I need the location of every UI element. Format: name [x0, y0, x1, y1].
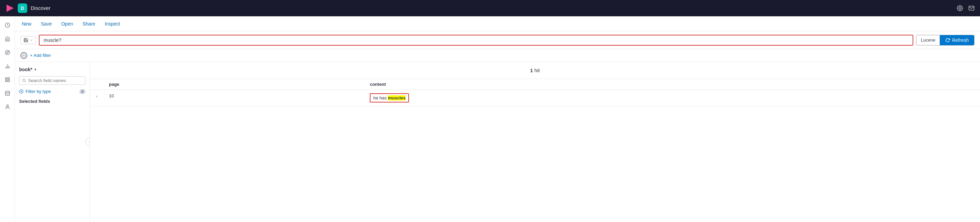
index-pattern-selector[interactable]: book* ▾ [15, 65, 89, 74]
save-button[interactable]: Save [40, 21, 53, 27]
main-layout: New Save Open Share Inspect [0, 16, 980, 222]
filter-count-badge: 0 [80, 89, 86, 94]
nav-recent-button[interactable] [2, 19, 14, 31]
search-save-button[interactable] [21, 36, 36, 44]
nav-visualize-button[interactable] [2, 60, 14, 72]
page-cell: 10 [103, 90, 364, 106]
bottom-panel: book* ▾ Filter by type [15, 62, 980, 222]
content-area: New Save Open Share Inspect [15, 16, 980, 222]
header: D Discover [0, 0, 980, 16]
nav-management-button[interactable] [2, 87, 14, 100]
sidebar-collapse-button[interactable]: ‹ [86, 138, 90, 146]
svg-rect-9 [8, 78, 10, 79]
nav-discover-button[interactable] [2, 46, 14, 59]
user-icon [5, 104, 10, 109]
header-icons [957, 5, 975, 11]
menu-bar: New Save Open Share Inspect [15, 16, 980, 31]
selected-fields-label: Selected fields [15, 96, 89, 105]
search-input-wrapper [39, 35, 913, 46]
results-table: page content › 10 he has mus [90, 79, 980, 106]
svg-marker-3 [6, 51, 8, 54]
nav-user-button[interactable] [2, 101, 14, 113]
lucene-button[interactable]: Lucene [916, 35, 940, 45]
add-filter-button[interactable]: + Add filter [30, 53, 51, 58]
search-fields-wrapper [19, 76, 86, 85]
search-fields-input[interactable] [28, 78, 83, 83]
filter-by-type-button[interactable]: Filter by type 0 [15, 87, 89, 96]
kibana-logo-icon [5, 3, 15, 13]
results-table-body: › 10 he has muscles [90, 90, 980, 106]
clock-icon [5, 22, 10, 28]
svg-point-2 [5, 50, 10, 54]
results-table-header: page content [90, 79, 980, 90]
app-badge: D [18, 3, 27, 13]
col-content-header[interactable]: content [364, 79, 980, 90]
content-highlight-wrapper: he has muscles [370, 93, 409, 103]
results-area: 1 hit page content › [90, 62, 980, 222]
inspect-button[interactable]: Inspect [103, 21, 122, 27]
home-icon [5, 36, 10, 41]
table-row: › 10 he has muscles [90, 90, 980, 106]
refresh-icon [945, 38, 950, 43]
expand-row-button[interactable]: › [95, 93, 98, 100]
grid-icon [5, 77, 10, 82]
search-fields-icon [22, 78, 26, 83]
col-page-header[interactable]: page [103, 79, 364, 90]
refresh-button[interactable]: Refresh [940, 35, 974, 45]
search-bar: Lucene Refresh [15, 31, 980, 49]
filter-bar: + Add filter [15, 49, 980, 62]
lucene-refresh-group: Lucene Refresh [916, 35, 975, 46]
search-input[interactable] [40, 35, 913, 45]
content-text-before: he has [373, 95, 387, 100]
hits-counter: 1 hit [90, 62, 980, 79]
gear-icon [957, 5, 963, 11]
bar-chart-icon [5, 63, 10, 69]
content-cell: he has muscles [364, 90, 980, 106]
sidebar: book* ▾ Filter by type [15, 62, 90, 222]
index-pattern-chevron-icon: ▾ [34, 67, 37, 72]
chevron-down-icon [30, 38, 33, 42]
save-icon [24, 38, 28, 43]
filter-type-icon [19, 89, 24, 94]
svg-point-12 [5, 91, 10, 92]
settings-button[interactable] [957, 5, 963, 11]
content-highlight-word: muscles [388, 95, 406, 100]
svg-point-0 [959, 7, 961, 9]
svg-point-13 [6, 105, 8, 106]
mail-icon [969, 5, 975, 11]
svg-rect-8 [5, 78, 7, 79]
new-button[interactable]: New [21, 21, 33, 27]
open-button[interactable]: Open [60, 21, 74, 27]
filter-icon [21, 52, 27, 59]
nav-home-button[interactable] [2, 33, 14, 45]
svg-rect-11 [5, 80, 7, 82]
svg-line-18 [25, 81, 25, 82]
share-button[interactable]: Share [81, 21, 96, 27]
database-icon [5, 90, 10, 96]
col-expand [90, 79, 103, 90]
mail-button[interactable] [969, 5, 975, 11]
svg-rect-10 [8, 80, 10, 82]
nav-dashboard-button[interactable] [2, 73, 14, 86]
compass-icon [5, 50, 10, 55]
svg-point-17 [22, 79, 25, 82]
page-title: Discover [31, 5, 957, 11]
left-nav [0, 16, 15, 222]
